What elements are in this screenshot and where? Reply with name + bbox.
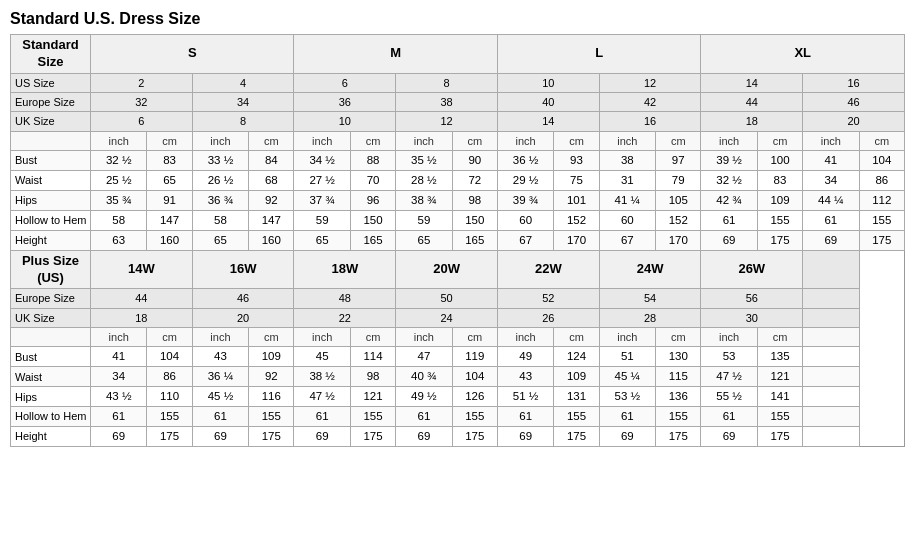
- unit-1: cm: [147, 131, 192, 150]
- waist-1: 65: [147, 170, 192, 190]
- bust-5: 88: [350, 150, 395, 170]
- eu-size-38: 38: [396, 93, 498, 112]
- bust-2: 33 ½: [192, 150, 248, 170]
- hh-11: 152: [656, 210, 701, 230]
- hh-6: 59: [396, 210, 452, 230]
- hips-12: 42 ¾: [701, 190, 757, 210]
- waist-9: 75: [554, 170, 599, 190]
- uk-size-20: 20: [803, 112, 905, 131]
- unit-3: cm: [249, 131, 294, 150]
- bust-0: 32 ½: [91, 150, 147, 170]
- bust-row: Bust 32 ½ 83 33 ½ 84 34 ½ 88 35 ½ 90 36 …: [11, 150, 905, 170]
- hh-7: 150: [452, 210, 497, 230]
- plus-size-18w: 18W: [294, 250, 396, 289]
- ht-5: 165: [350, 230, 395, 250]
- hips-6: 38 ¾: [396, 190, 452, 210]
- ht-13: 175: [757, 230, 802, 250]
- hips-label: Hips: [11, 190, 91, 210]
- plus-uk-label: UK Size: [11, 308, 91, 327]
- unit-14: inch: [803, 131, 859, 150]
- bust-13: 100: [757, 150, 802, 170]
- hips-13: 109: [757, 190, 802, 210]
- unit-6: inch: [396, 131, 452, 150]
- plus-bust-row: Bust 41 104 43 109 45 114 47 119 49 124 …: [11, 347, 905, 367]
- hh-10: 60: [599, 210, 655, 230]
- s-group: S: [91, 35, 294, 74]
- uk-size-8: 8: [192, 112, 294, 131]
- bust-9: 93: [554, 150, 599, 170]
- waist-2: 26 ½: [192, 170, 248, 190]
- bust-7: 90: [452, 150, 497, 170]
- m-group: M: [294, 35, 497, 74]
- hollow-hem-label: Hollow to Hem: [11, 210, 91, 230]
- hips-4: 37 ¾: [294, 190, 350, 210]
- hh-15: 155: [859, 210, 904, 230]
- unit-2: inch: [192, 131, 248, 150]
- eu-size-40: 40: [497, 93, 599, 112]
- us-size-8: 8: [396, 73, 498, 92]
- height-label: Height: [11, 230, 91, 250]
- hh-13: 155: [757, 210, 802, 230]
- plus-waist-row: Waist 34 86 36 ¼ 92 38 ½ 98 40 ¾ 104 43 …: [11, 367, 905, 387]
- waist-7: 72: [452, 170, 497, 190]
- hips-3: 92: [249, 190, 294, 210]
- eu-size-34: 34: [192, 93, 294, 112]
- bust-10: 38: [599, 150, 655, 170]
- ht-2: 65: [192, 230, 248, 250]
- plus-size-22w: 22W: [497, 250, 599, 289]
- ht-8: 67: [497, 230, 553, 250]
- unit-11: cm: [656, 131, 701, 150]
- waist-4: 27 ½: [294, 170, 350, 190]
- unit-0: inch: [91, 131, 147, 150]
- standard-group-header-row: Standard Size S M L XL: [11, 35, 905, 74]
- ht-14: 69: [803, 230, 859, 250]
- us-size-6: 6: [294, 73, 396, 92]
- bust-1: 83: [147, 150, 192, 170]
- eu-size-label: Europe Size: [11, 93, 91, 112]
- hips-0: 35 ¾: [91, 190, 147, 210]
- us-size-row: US Size 2 4 6 8 10 12 14 16: [11, 73, 905, 92]
- unit-13: cm: [757, 131, 802, 150]
- us-size-10: 10: [497, 73, 599, 92]
- uk-size-10: 10: [294, 112, 396, 131]
- eu-size-46: 46: [803, 93, 905, 112]
- plus-size-14w: 14W: [91, 250, 193, 289]
- plus-size-16w: 16W: [192, 250, 294, 289]
- uk-size-label: UK Size: [11, 112, 91, 131]
- plus-hips-row: Hips 43 ½ 110 45 ½ 116 47 ½ 121 49 ½ 126…: [11, 387, 905, 407]
- hh-4: 59: [294, 210, 350, 230]
- eu-size-32: 32: [91, 93, 193, 112]
- us-size-label: US Size: [11, 73, 91, 92]
- unit-7: cm: [452, 131, 497, 150]
- us-size-14: 14: [701, 73, 803, 92]
- ht-0: 63: [91, 230, 147, 250]
- hips-10: 41 ¼: [599, 190, 655, 210]
- waist-0: 25 ½: [91, 170, 147, 190]
- unit-4: inch: [294, 131, 350, 150]
- waist-6: 28 ½: [396, 170, 452, 190]
- hips-7: 98: [452, 190, 497, 210]
- ht-11: 170: [656, 230, 701, 250]
- uk-size-16: 16: [599, 112, 701, 131]
- plus-eu-size-row: Europe Size 44 46 48 50 52 54 56: [11, 289, 905, 308]
- us-size-4: 4: [192, 73, 294, 92]
- ht-1: 160: [147, 230, 192, 250]
- waist-8: 29 ½: [497, 170, 553, 190]
- plus-size-20w: 20W: [396, 250, 498, 289]
- unit-8: inch: [497, 131, 553, 150]
- bust-11: 97: [656, 150, 701, 170]
- uk-size-6: 6: [91, 112, 193, 131]
- us-size-2: 2: [91, 73, 193, 92]
- waist-12: 32 ½: [701, 170, 757, 190]
- hips-5: 96: [350, 190, 395, 210]
- waist-13: 83: [757, 170, 802, 190]
- waist-label: Waist: [11, 170, 91, 190]
- plus-size-label: Plus Size (US): [11, 250, 91, 289]
- uk-size-row: UK Size 6 8 10 12 14 16 18 20: [11, 112, 905, 131]
- hips-8: 39 ¾: [497, 190, 553, 210]
- bust-label: Bust: [11, 150, 91, 170]
- plus-hollow-hem-row: Hollow to Hem 61 155 61 155 61 155 61 15…: [11, 407, 905, 427]
- plus-size-26w: 26W: [701, 250, 803, 289]
- hh-12: 61: [701, 210, 757, 230]
- hips-9: 101: [554, 190, 599, 210]
